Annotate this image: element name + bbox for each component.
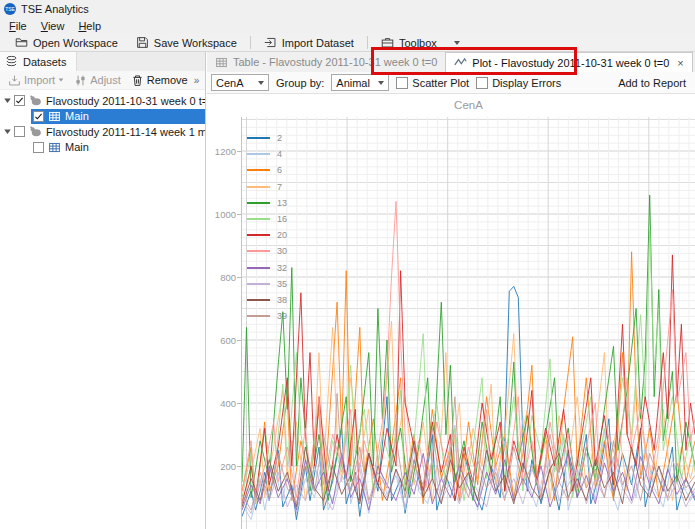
scatter-plot-label: Scatter Plot — [412, 77, 469, 89]
legend-item: 38 — [247, 293, 287, 307]
menu-item-view[interactable]: View — [34, 19, 72, 33]
toolbar-button-label: Open Workspace — [33, 37, 118, 49]
legend-label: 13 — [277, 198, 287, 208]
y-tick-label: 1000 — [208, 209, 236, 220]
animal-icon — [29, 94, 42, 107]
legend-item: 39 — [247, 309, 287, 323]
y-tick-label: 1200 — [208, 146, 236, 157]
table-grid-icon — [48, 141, 61, 154]
tree-expander[interactable] — [0, 125, 14, 138]
app-window: TSE TSE Analytics FileViewHelp Open Work… — [0, 0, 695, 529]
dataset-row[interactable]: Flavostudy 2011-10-31 week 0 t=0 — [0, 93, 205, 109]
datasets-tree: Flavostudy 2011-10-31 week 0 t=0MainFlav… — [0, 90, 205, 155]
import-label: Import — [24, 74, 55, 86]
dataset-table-row[interactable]: Main — [0, 140, 205, 156]
save-icon — [136, 36, 149, 49]
tab-plot[interactable]: Plot - Flavostudy 2011-10-31 week 0 t=0× — [445, 52, 692, 72]
legend-item: 6 — [247, 163, 282, 177]
y-tick-mark — [237, 151, 241, 152]
legend-label: 35 — [277, 279, 287, 289]
dataset-table-row[interactable]: Main — [0, 109, 205, 125]
legend-line — [247, 218, 270, 220]
y-tick-label: 600 — [208, 335, 236, 346]
table-label: Main — [65, 110, 89, 122]
legend-label: 39 — [277, 311, 287, 321]
toolbox-icon — [381, 36, 394, 49]
y-tick-mark — [237, 340, 241, 341]
tree-checkbox[interactable] — [14, 95, 25, 106]
display-errors-checkbox[interactable] — [476, 77, 488, 89]
chart-title: CenA — [242, 99, 695, 111]
table-label: Main — [65, 141, 89, 153]
window-title: TSE Analytics — [21, 3, 89, 15]
legend-label: 7 — [277, 182, 282, 192]
legend-label: 30 — [277, 246, 287, 256]
dataset-label: Flavostudy 2011-10-31 week 0 t=0 — [46, 95, 205, 107]
tree-checkbox[interactable] — [33, 142, 44, 153]
dataset-row[interactable]: Flavostudy 2011-11-14 week 1 mon-wed E — [0, 124, 205, 140]
close-icon[interactable]: × — [677, 57, 683, 69]
title-bar: TSE TSE Analytics — [0, 0, 695, 18]
scatter-plot-checkbox[interactable] — [396, 77, 408, 89]
chevron-down-icon — [59, 78, 64, 81]
legend-item: 4 — [247, 147, 282, 161]
legend-line — [247, 250, 270, 252]
main-toolbar: Open WorkspaceSave WorkspaceImport Datas… — [0, 34, 695, 52]
legend-label: 38 — [277, 295, 287, 305]
legend-label: 2 — [277, 133, 282, 143]
group-by-select[interactable]: Animal — [331, 74, 389, 91]
legend-line — [247, 283, 270, 285]
legend-line — [247, 137, 270, 139]
y-tick-mark — [237, 466, 241, 467]
menu-item-help[interactable]: Help — [71, 19, 108, 33]
legend-item: 13 — [247, 196, 287, 210]
legend-line — [247, 202, 270, 204]
save-workspace-button[interactable]: Save Workspace — [127, 34, 246, 52]
toolbar-overflow-button[interactable]: » — [194, 75, 202, 86]
trash-icon — [131, 74, 144, 87]
open-folder-icon — [15, 36, 28, 49]
tree-checkbox[interactable] — [14, 126, 25, 137]
legend-item: 7 — [247, 180, 282, 194]
plot-controls: CenA Group by: Animal Scatter Plot Displ… — [207, 72, 695, 94]
open-workspace-button[interactable]: Open Workspace — [6, 34, 127, 52]
remove-button[interactable]: Remove — [127, 71, 192, 89]
toolbar-button-label: Toolbox — [399, 37, 437, 49]
y-tick-mark — [237, 277, 241, 278]
variable-select[interactable]: CenA — [211, 74, 269, 91]
table-grid-icon — [215, 56, 228, 69]
dataset-label: Flavostudy 2011-11-14 week 1 mon-wed E — [46, 126, 205, 138]
legend-item: 35 — [247, 277, 287, 291]
datasets-toolbar: Import Adjust Remove » — [0, 71, 205, 90]
display-errors-label: Display Errors — [492, 77, 561, 89]
remove-label: Remove — [147, 74, 188, 86]
menu-item-file[interactable]: File — [2, 19, 34, 33]
legend-line — [247, 299, 270, 301]
tab-table[interactable]: Table - Flavostudy 2011-10-31 week 0 t=0 — [207, 52, 445, 72]
datasets-panel-tab[interactable]: Datasets — [0, 52, 77, 71]
tree-checkbox[interactable] — [33, 111, 44, 122]
legend-label: 4 — [277, 149, 282, 159]
import-button[interactable]: Import — [4, 71, 68, 89]
legend-item: 20 — [247, 228, 287, 242]
adjust-button[interactable]: Adjust — [70, 71, 125, 89]
y-tick-mark — [237, 403, 241, 404]
chevron-down-icon[interactable] — [454, 41, 460, 45]
group-by-select-value: Animal — [336, 77, 372, 89]
toolbar-separator — [367, 36, 368, 49]
tree-expander[interactable] — [0, 94, 14, 107]
legend-item: 32 — [247, 261, 287, 275]
add-to-report-button[interactable]: Add to Report — [618, 77, 686, 89]
toolbar-separator — [250, 36, 251, 49]
chevron-down-icon — [378, 81, 384, 85]
legend-line — [247, 234, 270, 236]
plot-area — [242, 117, 695, 529]
import-dataset-icon — [264, 36, 277, 49]
toolbar-button-label: Import Dataset — [282, 37, 354, 49]
app-logo-icon: TSE — [4, 3, 16, 15]
y-tick-label: 400 — [208, 398, 236, 409]
toolbox-button[interactable]: Toolbox — [372, 34, 446, 52]
legend-line — [247, 169, 270, 171]
import-dataset-button[interactable]: Import Dataset — [255, 34, 363, 52]
legend-line — [247, 315, 270, 317]
